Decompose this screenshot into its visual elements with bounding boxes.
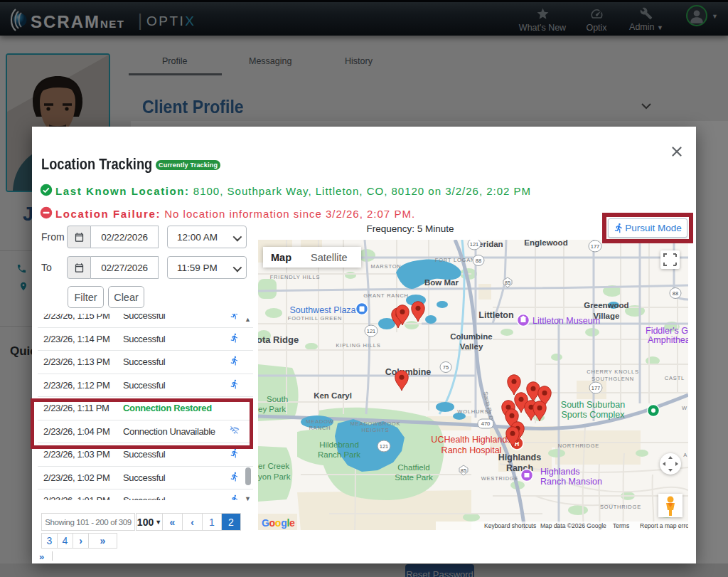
svg-text:CHERRY KNOLLS: CHERRY KNOLLS [587,369,638,375]
svg-text:88: 88 [673,290,678,297]
svg-text:FRIENDLY HILLS: FRIENDLY HILLS [270,274,321,280]
svg-text:GRANT RANCH: GRANT RANCH [363,292,409,299]
svg-text:75: 75 [443,364,449,371]
svg-text:Google: Google [262,517,295,529]
svg-text:yon Park: yon Park [258,472,291,481]
svg-text:ey Park: ey Park [258,405,286,413]
svg-text:177: 177 [592,385,601,391]
svg-text:MEADOW: MEADOW [306,418,334,425]
svg-text:WESTRIDGE: WESTRIDGE [481,475,519,482]
svg-text:HEIGHTS: HEIGHTS [362,427,390,433]
svg-text:Littleton: Littleton [478,310,513,320]
svg-text:85: 85 [505,280,510,286]
svg-text:121: 121 [367,328,376,334]
svg-text:121: 121 [470,241,479,248]
svg-text:South Suburban: South Suburban [561,400,625,410]
svg-text:177: 177 [591,243,600,250]
svg-text:Map: Map [271,252,291,263]
svg-text:Greenwood: Greenwood [584,301,628,309]
svg-text:Columbine: Columbine [450,332,492,341]
svg-text:Bow Mar: Bow Mar [424,278,459,287]
svg-text:MARSTON: MARSTON [371,263,402,270]
svg-text:Highlands: Highlands [540,467,580,477]
svg-text:RANCH: RANCH [309,425,331,431]
svg-text:A: A [683,452,687,458]
svg-text:Satellite: Satellite [311,252,348,263]
svg-text:FOOTHILL GREEN: FOOTHILL GREEN [288,315,342,322]
svg-text:85: 85 [461,467,466,474]
svg-text:FORT LOGAN: FORT LOGAN [435,257,475,263]
svg-text:Ken Caryl: Ken Caryl [314,391,352,400]
svg-text:Hildebrand: Hildebrand [319,440,359,449]
svg-text:Fiddler's Gre: Fiddler's Gre [646,326,688,336]
svg-text:Terms: Terms [613,522,629,529]
svg-text:Ranch Hospital: Ranch Hospital [441,445,502,455]
svg-text:Report a map error: Report a map error [640,522,688,529]
svg-text:Southwest Plaza: Southwest Plaza [289,305,355,315]
svg-text:er Creek: er Creek [258,462,289,470]
svg-text:Valley: Valley [460,342,483,351]
svg-text:88: 88 [476,258,481,264]
svg-text:Highlands: Highlands [498,452,541,462]
svg-text:MEADOWBROOK: MEADOWBROOK [350,420,400,427]
svg-text:Littleton Museum: Littleton Museum [532,316,600,326]
svg-text:Ranch Mansion: Ranch Mansion [540,477,602,487]
svg-text:121: 121 [380,443,389,450]
svg-text:470: 470 [481,420,491,427]
svg-text:South: South [267,395,288,403]
svg-text:Englewood: Englewood [524,240,567,247]
svg-text:NORTHRIDGE: NORTHRIDGE [558,443,599,449]
svg-text:Ranch Park: Ranch Park [318,450,360,459]
svg-text:CASTL: CASTL [665,375,685,381]
svg-text:Keyboard shortcuts: Keyboard shortcuts [484,522,536,529]
svg-text:State Park: State Park [395,473,433,482]
svg-text:ota Ridge: ota Ridge [258,334,299,345]
svg-text:Sports Complex: Sports Complex [562,410,626,420]
svg-text:SOUTHGLENN: SOUTHGLENN [592,376,634,382]
svg-text:SOUTHRIDGE: SOUTHRIDGE [600,504,641,510]
svg-text:Amphithea: Amphithea [648,335,688,345]
svg-text:UCHealth Highlands: UCHealth Highlands [431,435,511,445]
svg-text:Chatfield: Chatfield [397,463,429,472]
svg-text:KIPLING HILLS: KIPLING HILLS [336,342,381,349]
svg-text:W: W [682,405,687,411]
svg-text:Map data ©2026 Google: Map data ©2026 Google [540,522,606,529]
